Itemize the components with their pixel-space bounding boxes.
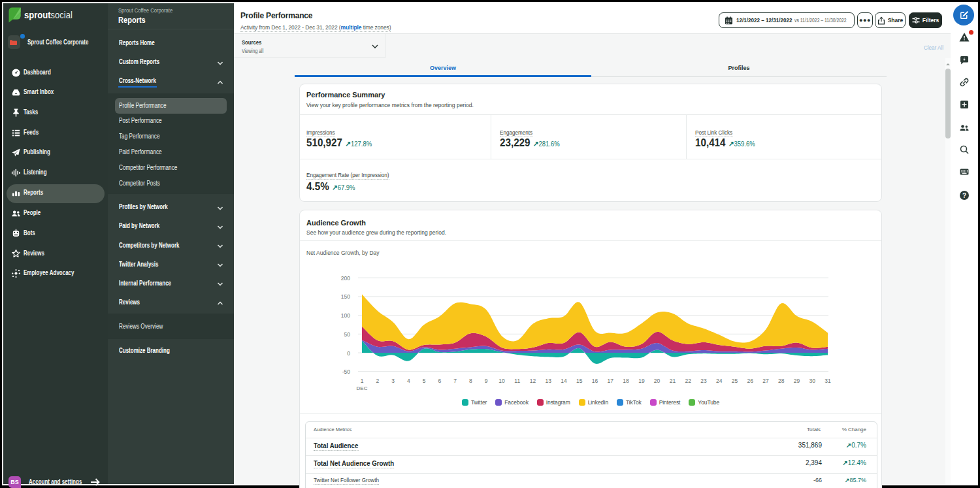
svg-text:26: 26	[747, 378, 753, 384]
svg-text:24: 24	[716, 378, 723, 384]
svg-text:4: 4	[407, 378, 410, 384]
svg-text:20: 20	[654, 378, 661, 384]
svg-text:6: 6	[438, 378, 442, 384]
svg-text:2: 2	[376, 378, 379, 384]
svg-text:50: 50	[344, 331, 351, 338]
svg-text:14: 14	[561, 378, 567, 384]
svg-text:17: 17	[608, 378, 614, 384]
svg-text:18: 18	[623, 378, 629, 384]
svg-text:28: 28	[778, 378, 785, 384]
svg-text:5: 5	[423, 378, 426, 384]
svg-text:100: 100	[341, 312, 350, 319]
svg-text:25: 25	[732, 378, 738, 384]
svg-text:16: 16	[592, 378, 598, 384]
svg-text:8: 8	[469, 378, 472, 384]
svg-text:200: 200	[341, 275, 350, 282]
svg-text:7: 7	[453, 378, 457, 384]
svg-text:21: 21	[670, 378, 676, 384]
svg-text:?: ?	[962, 192, 966, 199]
svg-text:22: 22	[685, 378, 691, 384]
svg-text:29: 29	[794, 378, 800, 384]
svg-text:3: 3	[391, 378, 395, 384]
svg-text:150: 150	[341, 293, 350, 300]
svg-text:9: 9	[485, 378, 488, 384]
svg-text:12: 12	[530, 378, 536, 384]
svg-text:30: 30	[809, 378, 816, 384]
svg-text:27: 27	[762, 378, 769, 384]
svg-text:1: 1	[361, 378, 364, 384]
svg-text:-50: -50	[342, 368, 351, 375]
svg-text:19: 19	[638, 378, 645, 384]
svg-text:0: 0	[347, 350, 350, 357]
svg-text:11: 11	[514, 378, 520, 384]
svg-text:15: 15	[576, 378, 583, 384]
svg-text:13: 13	[545, 378, 551, 384]
svg-text:DEC: DEC	[357, 385, 368, 391]
svg-text:31: 31	[825, 378, 831, 384]
svg-text:23: 23	[700, 378, 707, 384]
svg-text:10: 10	[498, 378, 505, 384]
